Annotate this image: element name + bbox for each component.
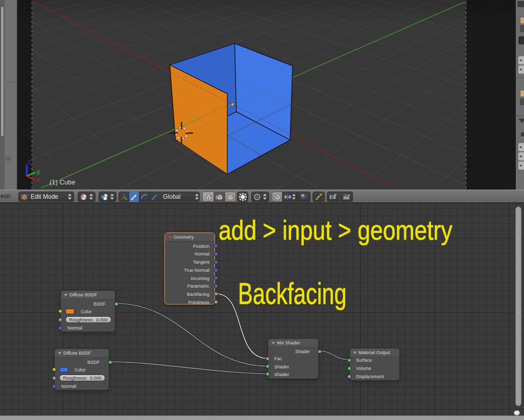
svg-text:(1) Cube: (1) Cube — [50, 178, 76, 186]
svg-text:x: x — [36, 175, 40, 183]
svg-text:y: y — [37, 168, 40, 175]
svg-text:z: z — [28, 158, 31, 166]
